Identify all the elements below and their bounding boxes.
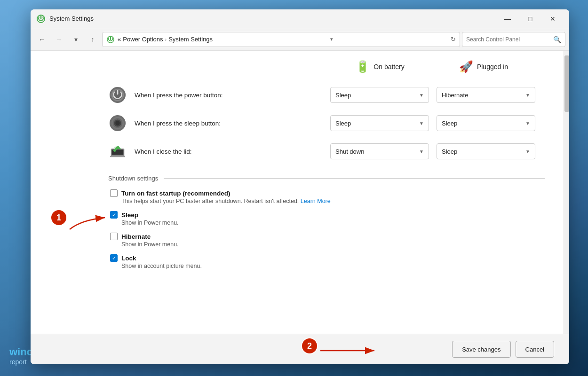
section-title: Shutdown settings (108, 175, 158, 182)
power-button-battery-value: Sleep (335, 92, 351, 99)
hibernate-checkbox-row: Hibernate (110, 233, 545, 240)
back-button[interactable]: ← (34, 32, 49, 47)
rocket-icon: 🚀 (459, 60, 473, 73)
lid-close-battery-value: Shut down (335, 148, 364, 155)
sleep-checkbox-label: Sleep (121, 212, 138, 219)
dropdown-history-button[interactable]: ▾ (68, 32, 83, 47)
address-bar[interactable]: « Power Options › System Settings ▾ ↻ (102, 32, 460, 47)
path-power-options[interactable]: Power Options (123, 36, 163, 43)
sleep-button-battery-dropdown[interactable]: Sleep ▼ (330, 115, 429, 131)
address-bar-path: « Power Options › System Settings ▾ ↻ (118, 36, 456, 43)
path-arrow: › (165, 37, 167, 42)
battery-label: On battery (373, 63, 404, 70)
minimize-button[interactable]: — (497, 12, 518, 26)
sleep-item: Sleep Show in Power menu. (108, 211, 545, 226)
close-button[interactable]: ✕ (542, 12, 564, 26)
sleep-button-label: When I press the sleep button: (135, 120, 323, 127)
section-header: Shutdown settings (108, 175, 545, 182)
title-bar-icon (36, 14, 46, 24)
sleep-button-plugged-value: Sleep (442, 120, 457, 127)
lid-close-icon (108, 142, 127, 161)
svg-point-10 (115, 121, 120, 125)
refresh-button[interactable]: ↻ (451, 36, 456, 43)
hibernate-item: Hibernate Show in Power menu. (108, 233, 545, 248)
search-input[interactable] (466, 36, 550, 43)
sleep-button-dropdowns: Sleep ▼ Sleep ▼ (330, 115, 545, 131)
annotation-badge-2: 2 (301, 337, 318, 354)
window-controls: — □ ✕ (497, 12, 564, 26)
power-button-label: When I press the power button: (135, 92, 323, 99)
column-headers: 🔋 On battery 🚀 Plugged in (108, 60, 545, 73)
hibernate-checkbox-label: Hibernate (121, 233, 151, 240)
power-button-row: When I press the power button: Sleep ▼ H… (108, 81, 545, 109)
title-bar: System Settings — □ ✕ (31, 9, 569, 28)
annotation-badge-1: 1 (50, 209, 67, 226)
path-chevron-icon[interactable]: ▾ (330, 36, 333, 42)
content-scrollbar-area: 🔋 On battery 🚀 Plugged in (31, 51, 569, 334)
address-bar-icon (106, 35, 115, 44)
path-system-settings: System Settings (168, 36, 213, 43)
power-button-plugged-dropdown[interactable]: Hibernate ▼ (437, 87, 535, 103)
fast-startup-desc: This helps start your PC faster after sh… (110, 198, 545, 204)
lock-checkbox-desc: Show in account picture menu. (110, 263, 545, 269)
battery-column-header: 🔋 On battery (328, 60, 432, 73)
power-button-plugged-value: Hibernate (442, 92, 468, 99)
learn-more-link[interactable]: Learn More (301, 198, 331, 204)
sleep-button-icon (108, 114, 127, 133)
power-button-battery-arrow: ▼ (419, 93, 424, 98)
lock-checkbox[interactable] (110, 254, 118, 262)
sleep-checkbox-desc: Show in Power menu. (110, 219, 545, 226)
pluggedin-label: Plugged in (477, 63, 508, 70)
svg-rect-13 (110, 156, 125, 157)
hibernate-checkbox-desc: Show in Power menu. (110, 241, 545, 248)
maximize-button[interactable]: □ (519, 12, 541, 26)
battery-icon: 🔋 (356, 60, 370, 73)
lid-close-label: When I close the lid: (135, 148, 323, 155)
lid-close-plugged-dropdown[interactable]: Sleep ▼ (437, 143, 535, 159)
up-button[interactable]: ↑ (85, 32, 100, 47)
sleep-button-battery-value: Sleep (335, 120, 351, 127)
cancel-button[interactable]: Cancel (516, 341, 554, 358)
lock-checkbox-row: Lock (110, 254, 545, 262)
fast-startup-label: Turn on fast startup (recommended) (121, 190, 230, 197)
sleep-checkbox[interactable] (110, 211, 118, 219)
fast-startup-row: Turn on fast startup (recommended) (110, 189, 545, 197)
power-button-plugged-arrow: ▼ (525, 93, 530, 98)
power-button-dropdowns: Sleep ▼ Hibernate ▼ (330, 87, 545, 103)
main-content: 🔋 On battery 🚀 Plugged in (31, 51, 564, 334)
lid-close-plugged-arrow: ▼ (525, 149, 530, 154)
hibernate-checkbox[interactable] (110, 233, 118, 240)
save-changes-button[interactable]: Save changes (452, 341, 510, 358)
pluggedin-column-header: 🚀 Plugged in (432, 60, 535, 73)
section-divider (164, 178, 545, 179)
fast-startup-checkbox[interactable] (110, 189, 118, 197)
sleep-button-plugged-dropdown[interactable]: Sleep ▼ (437, 115, 535, 131)
sleep-button-battery-arrow: ▼ (419, 121, 424, 126)
sleep-button-plugged-arrow: ▼ (525, 121, 530, 126)
lock-item: Lock Show in account picture menu. (108, 254, 545, 269)
lid-close-plugged-value: Sleep (442, 148, 457, 155)
scrollbar-thumb[interactable] (564, 55, 569, 112)
scrollbar-track[interactable] (564, 51, 569, 334)
forward-button[interactable]: → (51, 32, 66, 47)
power-button-battery-dropdown[interactable]: Sleep ▼ (330, 87, 429, 103)
window-title: System Settings (49, 15, 497, 22)
lid-close-row: When I close the lid: Shut down ▼ Sleep … (108, 137, 545, 165)
lid-close-battery-arrow: ▼ (419, 149, 424, 154)
navigation-bar: ← → ▾ ↑ « Power Options › System Setting… (31, 28, 569, 51)
search-bar[interactable]: 🔍 (462, 32, 565, 47)
lid-close-battery-dropdown[interactable]: Shut down ▼ (330, 143, 429, 159)
lid-close-dropdowns: Shut down ▼ Sleep ▼ (330, 143, 545, 159)
sleep-button-row: When I press the sleep button: Sleep ▼ S… (108, 109, 545, 137)
settings-content-area: 🔋 On battery 🚀 Plugged in (31, 51, 564, 334)
search-icon[interactable]: 🔍 (553, 36, 561, 43)
power-button-icon (108, 86, 127, 104)
system-settings-window: System Settings — □ ✕ ← → ▾ ↑ « Power Op… (31, 9, 569, 364)
sleep-checkbox-row: Sleep (110, 211, 545, 219)
footer: Save changes Cancel (31, 334, 569, 364)
path-separator-left: « (118, 36, 121, 43)
fast-startup-item: Turn on fast startup (recommended) This … (108, 189, 545, 204)
shutdown-settings-section: Shutdown settings Turn on fast startup (… (108, 175, 545, 269)
lock-checkbox-label: Lock (121, 255, 136, 262)
power-settings-rows: When I press the power button: Sleep ▼ H… (108, 81, 545, 165)
